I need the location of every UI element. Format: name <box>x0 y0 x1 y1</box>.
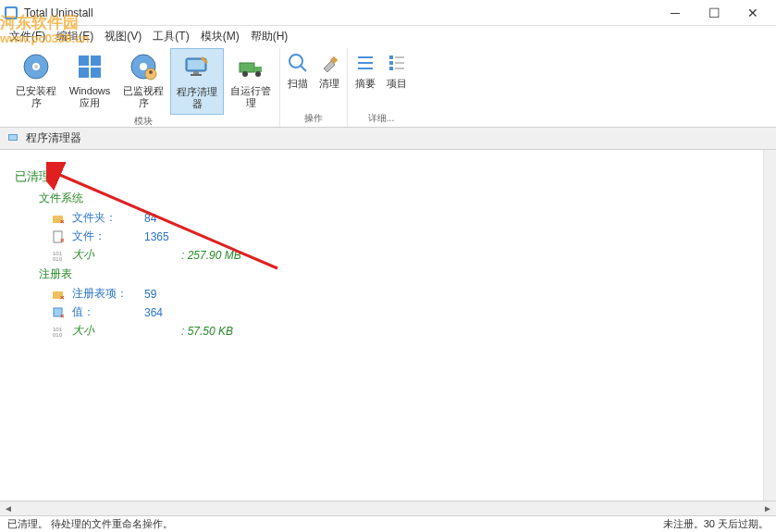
items-button[interactable]: 项目 <box>381 48 413 112</box>
subheader-title: 程序清理器 <box>26 130 81 146</box>
svg-rect-14 <box>188 60 204 69</box>
value-x-icon: × <box>52 306 65 319</box>
group-label-operations: 操作 <box>304 112 323 127</box>
reg-size-row: 101010 大小 : 57.50 KB <box>52 323 761 339</box>
button-label: 扫描 <box>288 78 308 90</box>
ribbon-toolbar: 已安装程序 Windows 应用 已监视程序 程序清理器 <box>0 46 776 128</box>
brush-icon <box>318 52 340 74</box>
monitor-brush-icon <box>182 53 212 82</box>
titlebar: Total Uninstall ─ ☐ ✕ <box>0 0 776 26</box>
app-icon <box>4 6 18 20</box>
ribbon-group-view: 摘要 项目 详细... <box>348 48 414 127</box>
menu-modules[interactable]: 模块(M) <box>195 27 245 46</box>
button-label: 已监视程序 <box>118 85 168 109</box>
magnifier-icon <box>287 52 309 74</box>
svg-text:×: × <box>60 236 65 243</box>
folder-x-icon: × <box>52 212 65 225</box>
list2-icon <box>386 52 408 74</box>
reg-items-row: × 注册表项： 59 <box>52 286 761 302</box>
monitored-programs-button[interactable]: 已监视程序 <box>117 48 170 115</box>
svg-text:×: × <box>60 293 65 301</box>
folders-row: × 文件夹： 84 <box>52 210 761 226</box>
truck-icon <box>236 52 265 81</box>
svg-rect-27 <box>389 56 393 59</box>
menu-view[interactable]: 视图(V) <box>99 27 147 46</box>
ribbon-group-modules: 已安装程序 Windows 应用 已监视程序 程序清理器 <box>7 48 280 127</box>
status-right: 未注册。30 天后过期。 <box>663 517 769 531</box>
subheader: 程序清理器 <box>0 128 776 150</box>
button-label: 自运行管理 <box>226 85 276 109</box>
horizontal-scrollbar[interactable]: ◄ ► <box>0 501 776 515</box>
svg-rect-8 <box>91 68 101 78</box>
menu-help[interactable]: 帮助(H) <box>245 27 294 46</box>
file-x-icon: × <box>52 230 65 243</box>
svg-rect-6 <box>91 56 101 66</box>
svg-point-20 <box>255 71 261 77</box>
list-icon <box>354 52 376 74</box>
cd-icon <box>21 52 51 81</box>
folder-x-icon: × <box>52 288 65 301</box>
minimize-button[interactable]: ─ <box>656 0 695 26</box>
svg-point-4 <box>34 65 38 68</box>
button-label: 项目 <box>387 78 407 90</box>
autorun-manager-button[interactable]: 自运行管理 <box>224 48 277 115</box>
svg-text:010: 010 <box>53 256 63 262</box>
registry-node[interactable]: 注册表 <box>33 266 761 282</box>
files-row: × 文件： 1365 <box>52 229 761 244</box>
svg-rect-29 <box>389 61 393 65</box>
svg-text:×: × <box>60 312 65 319</box>
svg-rect-7 <box>79 68 89 78</box>
ribbon-group-operations: 扫描 清理 操作 <box>280 48 348 127</box>
group-label-detailed: 详细... <box>368 112 394 127</box>
svg-rect-16 <box>191 74 202 76</box>
svg-line-22 <box>301 66 306 71</box>
status-left: 已清理。 待处理的文件重命名操作。 <box>7 517 173 531</box>
statusbar: 已清理。 待处理的文件重命名操作。 未注册。30 天后过期。 <box>0 515 776 532</box>
reg-values-row: × 值： 364 <box>52 304 761 320</box>
summary-button[interactable]: 摘要 <box>350 48 381 112</box>
installed-programs-button[interactable]: 已安装程序 <box>9 48 63 115</box>
maximize-button[interactable]: ☐ <box>695 0 733 26</box>
button-label: 已安装程序 <box>11 85 61 109</box>
svg-rect-34 <box>9 135 17 140</box>
button-label: 清理 <box>319 78 339 90</box>
svg-point-10 <box>140 63 147 70</box>
windows-apps-button[interactable]: Windows 应用 <box>63 48 117 115</box>
svg-point-12 <box>149 70 153 74</box>
svg-rect-1 <box>6 8 16 18</box>
svg-point-19 <box>242 71 248 77</box>
binary-icon: 101010 <box>52 249 65 262</box>
svg-rect-17 <box>240 63 254 72</box>
button-label: Windows 应用 <box>65 85 115 109</box>
filesystem-node[interactable]: 文件系统 <box>33 191 761 206</box>
close-button[interactable]: ✕ <box>733 0 772 26</box>
cd-user-icon <box>129 52 158 81</box>
program-cleaner-button[interactable]: 程序清理器 <box>170 48 224 115</box>
menubar: 文件(F) 编辑(E) 视图(V) 工具(T) 模块(M) 帮助(H) <box>0 26 776 46</box>
scan-button[interactable]: 扫描 <box>282 48 314 112</box>
menu-tools[interactable]: 工具(T) <box>147 27 194 46</box>
results-pane: 已清理 文件系统 × 文件夹： 84 × 文件： 1365 101010 大小 … <box>0 150 776 501</box>
menu-file[interactable]: 文件(F) <box>4 27 51 46</box>
cleaner-icon <box>7 132 20 145</box>
button-label: 程序清理器 <box>173 86 221 110</box>
group-label-modules: 模块 <box>134 115 153 130</box>
svg-point-21 <box>289 55 302 68</box>
clean-button[interactable]: 清理 <box>314 48 345 112</box>
button-label: 摘要 <box>355 78 376 90</box>
svg-rect-5 <box>79 56 89 66</box>
binary-icon: 101010 <box>52 325 65 338</box>
vertical-scrollbar[interactable] <box>763 150 776 501</box>
menu-edit[interactable]: 编辑(E) <box>51 27 99 46</box>
scroll-right-button[interactable]: ► <box>761 502 774 515</box>
svg-text:×: × <box>60 217 65 225</box>
windows-icon <box>75 52 105 81</box>
cleaned-header: 已清理 <box>15 168 761 185</box>
svg-rect-31 <box>389 67 393 70</box>
window-title: Total Uninstall <box>24 6 656 19</box>
svg-rect-15 <box>193 71 199 74</box>
svg-text:010: 010 <box>53 332 63 338</box>
window-controls: ─ ☐ ✕ <box>656 0 772 26</box>
scroll-left-button[interactable]: ◄ <box>2 502 15 515</box>
fs-size-row: 101010 大小 : 257.90 MB <box>52 247 761 263</box>
